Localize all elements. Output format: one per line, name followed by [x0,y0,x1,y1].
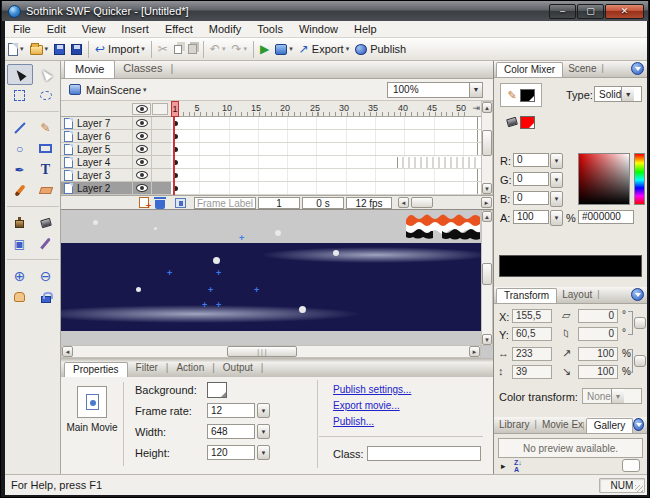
eye-icon[interactable] [136,184,148,192]
outline-cell[interactable] [151,182,171,195]
oval-tool[interactable]: ○ [7,138,33,159]
stroke-color-control[interactable]: ✎ [500,83,542,107]
tab-library[interactable]: Library [494,418,535,433]
background-swatch[interactable] [207,382,227,398]
scroll-left-icon[interactable]: ◄ [62,346,73,357]
hand-tool[interactable] [7,286,33,307]
frame-area[interactable] [171,117,481,195]
eraser-tool[interactable] [33,180,59,201]
chevron-down-icon[interactable]: ▾ [45,45,49,53]
preview-button[interactable]: ▾ [272,40,296,59]
width-spinner[interactable]: ▼ [257,424,270,439]
lasso-tool[interactable] [33,85,59,106]
stroke-color-swatch[interactable] [520,89,535,102]
lock-tool[interactable] [33,286,59,307]
layer-row-selected[interactable]: Layer 2 [61,182,171,195]
skew-x-input[interactable]: 0 [578,309,618,323]
scrollbar-thumb[interactable] [482,130,492,156]
eye-icon[interactable] [136,119,148,127]
tab-gallery[interactable]: Gallery [586,418,634,433]
layer-row[interactable]: Layer 4 [61,156,171,169]
menu-window[interactable]: Window [291,22,346,36]
hue-strip[interactable] [634,153,645,205]
panel-collapse-button[interactable] [631,288,644,301]
ink-bottle-tool[interactable] [7,212,33,233]
marquee-tool[interactable] [7,85,33,106]
subselect-tool[interactable] [33,64,59,85]
transform-height-input[interactable]: 39 [512,365,552,379]
frame-rate-spinner[interactable]: ▼ [257,403,270,418]
zoom-select[interactable]: 100% ▼ [387,82,483,98]
scroll-down-icon[interactable]: ▼ [482,183,492,194]
rectangle-tool[interactable] [33,138,59,159]
stage-canvas[interactable]: + [61,209,493,358]
paste-button[interactable] [185,40,200,59]
scene-name[interactable]: MainScene [86,84,141,96]
r-input[interactable]: 0 [513,153,549,167]
title-bar[interactable]: Sothink SWF Quicker - [Untitled*] – ▢ ✕ [2,1,648,21]
menu-tools[interactable]: Tools [249,22,291,36]
pencil-tool[interactable]: ✎ [33,117,59,138]
close-button[interactable]: ✕ [605,4,644,19]
color-transform-select[interactable]: None ▼ [582,388,642,404]
eye-icon[interactable] [136,145,148,153]
frame-row[interactable] [171,130,481,143]
line-tool[interactable] [7,117,33,138]
a-spinner[interactable]: ▼ [550,210,563,226]
copy-button[interactable] [171,40,185,59]
chevron-down-icon[interactable]: ▼ [469,83,482,97]
new-button[interactable]: ▾ [5,40,27,59]
fill-transform-tool[interactable]: ▣ [7,233,33,254]
menu-view[interactable]: View [74,22,114,36]
brush-tool[interactable] [7,180,33,201]
scroll-right-icon[interactable]: ► [469,346,480,357]
publish-link[interactable]: Publish... [333,416,374,427]
scroll-up-icon[interactable]: ▲ [482,211,492,222]
sort-icon[interactable]: Z↓ A [514,459,528,474]
frame-row[interactable] [171,117,481,130]
chevron-down-icon[interactable]: ▾ [222,45,226,53]
tab-movie[interactable]: Movie [64,60,115,78]
timeline-ruler[interactable]: 1 5 10 15 20 25 30 35 40 45 50 ⇥ [171,101,481,117]
frame-row[interactable] [171,156,481,169]
zoom-in-tool[interactable]: ⊕ [7,265,33,286]
scrollbar-thumb[interactable] [411,197,433,208]
menu-modify[interactable]: Modify [201,22,249,36]
layer-row[interactable]: Layer 7 [61,117,171,130]
x-input[interactable]: 155,5 [512,309,552,323]
outline-cell[interactable] [151,143,171,156]
import-button[interactable]: ↩ Import ▾ [92,40,148,59]
layer-row[interactable]: Layer 5 [61,143,171,156]
maximize-button[interactable]: ▢ [577,4,604,19]
chevron-down-icon[interactable]: ▼ [621,87,634,101]
menu-edit[interactable]: Edit [39,22,74,36]
chevron-down-icon[interactable]: ▼ [611,389,624,403]
frame-rate-input[interactable]: 12 [207,403,255,418]
panel-collapse-button[interactable] [633,418,644,431]
publish-button[interactable]: Publish [352,40,409,59]
tab-properties[interactable]: Properties [64,362,128,377]
play-button[interactable]: ▶ [257,40,272,59]
frame-row[interactable] [171,182,481,195]
frame-row[interactable] [171,169,481,182]
menu-help[interactable]: Help [346,22,385,36]
canvas-scrollbar-vertical[interactable]: ▲ ▼ [481,210,493,346]
save-button[interactable] [51,40,68,59]
scrollbar-thumb[interactable] [482,263,492,285]
tab-layout[interactable]: Layout [557,288,597,303]
type-select[interactable]: Solid ▼ [594,86,642,102]
eyedropper-tool[interactable] [33,233,59,254]
skew-y-input[interactable]: 0 [578,327,618,341]
fill-color-swatch[interactable] [520,116,535,129]
outline-cell[interactable] [151,117,171,130]
menu-effect[interactable]: Effect [157,22,201,36]
timeline-scrollbar-vertical[interactable]: ▲ ▼ [481,101,493,195]
open-button[interactable]: ▾ [27,40,52,59]
y-input[interactable]: 60,5 [512,327,552,341]
eye-icon[interactable] [136,158,148,166]
expand-triangle-icon[interactable]: ▸ [501,461,506,471]
add-layer-icon[interactable] [139,197,149,208]
menu-insert[interactable]: Insert [113,22,157,36]
tab-filter[interactable]: Filter [128,360,166,377]
frame-row[interactable] [171,143,481,156]
